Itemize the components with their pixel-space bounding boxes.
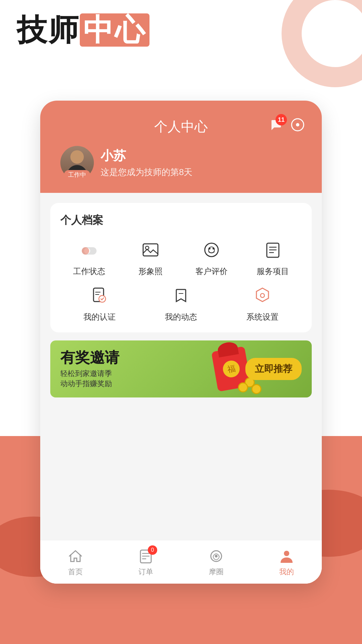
menu-label-settings: 系统设置	[246, 312, 279, 322]
nav-home[interactable]: 首页	[67, 547, 84, 577]
user-text: 小苏 这是您成为技师的第8天	[101, 147, 192, 178]
header-icons: 11	[269, 117, 305, 133]
svg-rect-5	[143, 244, 158, 256]
settings-hex-icon	[250, 283, 275, 308]
menu-label-feed: 我的动态	[165, 312, 197, 322]
phone-content: 个人档案 工作状态	[40, 193, 322, 584]
bookmark-icon	[169, 283, 193, 308]
nav-circle[interactable]: 摩圈	[207, 547, 225, 577]
header-title: 个人中心	[57, 117, 305, 136]
banner-text: 有奖邀请 轻松到家邀请季 动动手指赚奖励	[60, 349, 245, 389]
nav-circle-label: 摩圈	[209, 567, 224, 577]
face-icon	[199, 238, 224, 262]
page-title-area: 技师中心	[17, 13, 149, 47]
bottom-nav: 首页 0 订单	[40, 540, 322, 584]
menu-label-review: 客户评价	[195, 266, 228, 277]
title-part1: 技师	[17, 13, 80, 47]
menu-item-work-status[interactable]: 工作状态	[60, 238, 118, 277]
image-icon	[138, 238, 163, 262]
user-info-row: 工作中 小苏 这是您成为技师的第8天	[57, 146, 305, 179]
toggle-icon	[77, 238, 101, 262]
nav-my-label: 我的	[279, 567, 294, 577]
menu-item-image[interactable]: 形象照	[122, 238, 180, 277]
svg-rect-4	[82, 247, 89, 255]
profile-card-title: 个人档案	[60, 213, 302, 228]
menu-item-feed[interactable]: 我的动态	[142, 283, 220, 322]
settings-icon	[290, 117, 305, 132]
list-icon	[261, 238, 285, 262]
invite-banner[interactable]: 有奖邀请 轻松到家邀请季 动动手指赚奖励 福 立即推荐	[50, 340, 312, 397]
menu-label-cert: 我的认证	[83, 312, 116, 322]
profile-card: 个人档案 工作状态	[50, 203, 312, 332]
user-days: 这是您成为技师的第8天	[101, 166, 192, 178]
menu-item-cert[interactable]: 我的认证	[60, 283, 138, 322]
circle-icon	[207, 547, 225, 565]
title-part2: 中心	[83, 13, 146, 47]
home-icon	[67, 547, 84, 565]
menu-grid-row1: 工作状态 形象照	[60, 238, 302, 277]
svg-point-27	[284, 551, 289, 556]
message-badge: 11	[276, 114, 287, 125]
menu-item-settings[interactable]: 系统设置	[224, 283, 302, 322]
svg-point-1	[296, 123, 299, 126]
nav-order[interactable]: 0 订单	[137, 547, 155, 577]
menu-label-image: 形象照	[138, 266, 163, 277]
svg-point-26	[215, 555, 218, 557]
cert-icon	[87, 283, 112, 308]
user-name: 小苏	[101, 147, 192, 164]
nav-my[interactable]: 我的	[278, 547, 295, 577]
menu-label-work-status: 工作状态	[73, 266, 105, 277]
order-badge: 0	[148, 545, 157, 555]
nav-order-label: 订单	[138, 567, 153, 577]
banner-title: 有奖邀请	[60, 349, 245, 367]
menu-grid-row2: 我的认证 我的动态	[60, 283, 302, 322]
settings-button[interactable]	[290, 117, 305, 133]
banner-subtitle: 轻松到家邀请季 动动手指赚奖励	[60, 369, 245, 389]
svg-point-20	[260, 293, 264, 298]
avatar-head	[70, 150, 84, 164]
message-button[interactable]: 11	[269, 117, 284, 133]
phone-header: 个人中心 11	[40, 101, 322, 193]
nav-home-label: 首页	[68, 567, 83, 577]
working-status-badge: 工作中	[64, 170, 90, 179]
avatar-wrap: 工作中	[60, 146, 94, 179]
menu-label-service: 服务项目	[257, 266, 289, 277]
order-icon: 0	[137, 547, 155, 565]
phone-frame: 个人中心 11	[40, 101, 322, 584]
menu-item-service[interactable]: 服务项目	[244, 238, 302, 277]
user-nav-icon	[278, 547, 295, 565]
banner-button[interactable]: 立即推荐	[245, 358, 302, 380]
svg-point-7	[205, 243, 218, 257]
menu-item-review[interactable]: 客户评价	[183, 238, 241, 277]
svg-point-10	[208, 247, 215, 253]
